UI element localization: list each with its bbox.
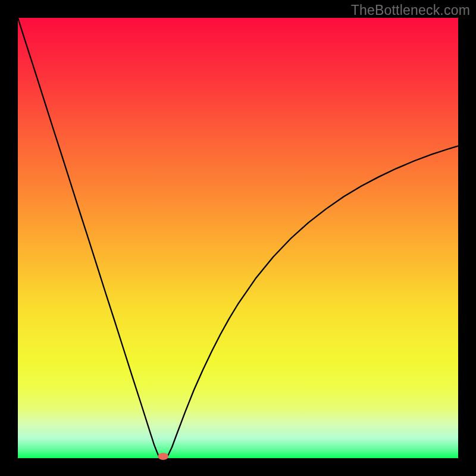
vertex-marker <box>158 453 168 460</box>
bottleneck-chart <box>0 0 476 476</box>
chart-frame: TheBottleneck.com <box>0 0 476 476</box>
gradient-background <box>18 18 458 458</box>
watermark-text: TheBottleneck.com <box>351 2 470 18</box>
